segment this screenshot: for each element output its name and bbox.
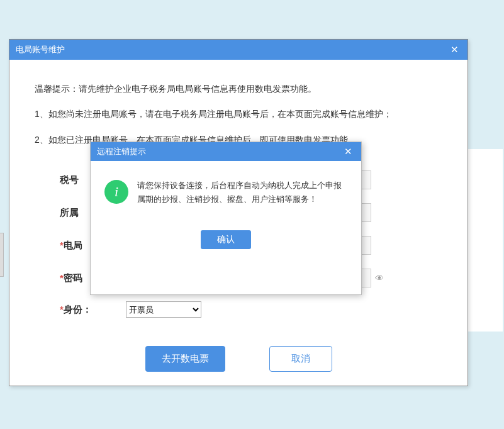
confirm-button[interactable]: 确认: [201, 230, 251, 249]
inner-dialog: 远程注销提示 ✕ i 请您保持设备连接，后台程序自动为纳税人完成上个申报属期的抄…: [90, 142, 362, 295]
cancel-button[interactable]: 取消: [269, 346, 332, 372]
tip-header: 温馨提示：请先维护企业电子税务局电局账号信息再使用数电发票功能。: [35, 82, 442, 96]
inner-dialog-title: 远程注销提示: [97, 146, 146, 157]
outer-titlebar: 电局账号维护 ✕: [9, 40, 468, 60]
inner-dialog-body: i 请您保持设备连接，后台程序自动为纳税人完成上个申报属期的抄报、注销抄报、擦盘…: [91, 161, 361, 219]
select-role[interactable]: 开票员: [126, 301, 201, 318]
outer-button-row: 去开数电票 取消: [35, 346, 442, 372]
eye-icon[interactable]: 👁: [375, 273, 384, 283]
tip-line-1: 1、如您尚未注册电局账号，请在电子税务局注册电局账号后，在本页面完成账号信息维护…: [35, 107, 442, 121]
info-icon: i: [104, 180, 128, 204]
inner-message: 请您保持设备连接，后台程序自动为纳税人完成上个申报属期的抄报、注销抄报、擦盘、用…: [137, 179, 347, 206]
outer-dialog-title: 电局账号维护: [16, 44, 65, 55]
inner-close-icon[interactable]: ✕: [341, 146, 355, 157]
go-invoice-button[interactable]: 去开数电票: [145, 346, 225, 372]
label-role: *身份：: [35, 304, 126, 316]
inner-titlebar: 远程注销提示 ✕: [91, 142, 361, 161]
row-role: *身份： 开票员: [35, 301, 442, 318]
outer-close-icon[interactable]: ✕: [447, 44, 461, 55]
inner-button-row: 确认: [91, 230, 361, 249]
left-tab-stub: [0, 233, 4, 277]
